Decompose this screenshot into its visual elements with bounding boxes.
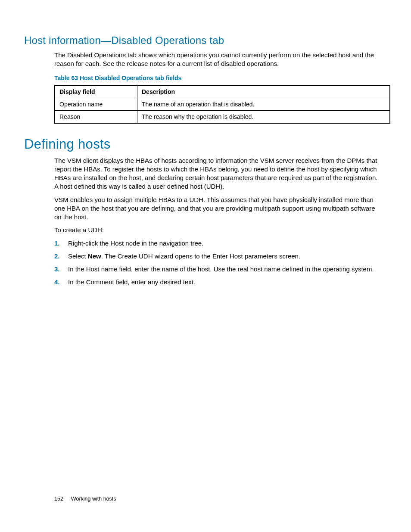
- table-header-row: Display field Description: [55, 85, 390, 98]
- page-footer: 152Working with hosts: [54, 496, 116, 502]
- step-item: Right-click the Host node in the navigat…: [54, 239, 383, 248]
- table-header-display-field: Display field: [55, 85, 137, 98]
- step-item: Select New. The Create UDH wizard opens …: [54, 252, 383, 261]
- table-cell: Reason: [55, 110, 137, 123]
- table-row: Operation name The name of an operation …: [55, 98, 390, 110]
- step-text-bold: New: [88, 252, 101, 260]
- step-item: In the Comment field, enter any desired …: [54, 278, 383, 286]
- paragraph: The VSM client displays the HBAs of host…: [54, 156, 383, 191]
- section-heading-disabled-ops: Host information—Disabled Operations tab: [24, 34, 387, 47]
- fields-table: Display field Description Operation name…: [54, 85, 390, 124]
- table-caption: Table 63 Host Disabled Operations tab fi…: [54, 75, 383, 81]
- table-cell: The name of an operation that is disable…: [137, 98, 390, 110]
- table-cell: Operation name: [55, 98, 137, 110]
- table-header-description: Description: [137, 85, 390, 98]
- table-row: Reason The reason why the operation is d…: [55, 110, 390, 123]
- step-text-post: . The Create UDH wizard opens to the Ent…: [101, 252, 300, 260]
- steps-list: Right-click the Host node in the navigat…: [54, 239, 383, 287]
- page-number: 152: [54, 496, 63, 502]
- paragraph: To create a UDH:: [54, 226, 383, 234]
- section-heading-defining-hosts: Defining hosts: [24, 137, 387, 152]
- chapter-title: Working with hosts: [71, 496, 116, 502]
- intro-paragraph: The Disabled Operations tab shows which …: [54, 51, 383, 68]
- table-cell: The reason why the operation is disabled…: [137, 110, 390, 123]
- step-text-pre: Select: [68, 252, 88, 260]
- paragraph: VSM enables you to assign multiple HBAs …: [54, 196, 383, 222]
- step-item: In the Host name field, enter the name o…: [54, 265, 383, 274]
